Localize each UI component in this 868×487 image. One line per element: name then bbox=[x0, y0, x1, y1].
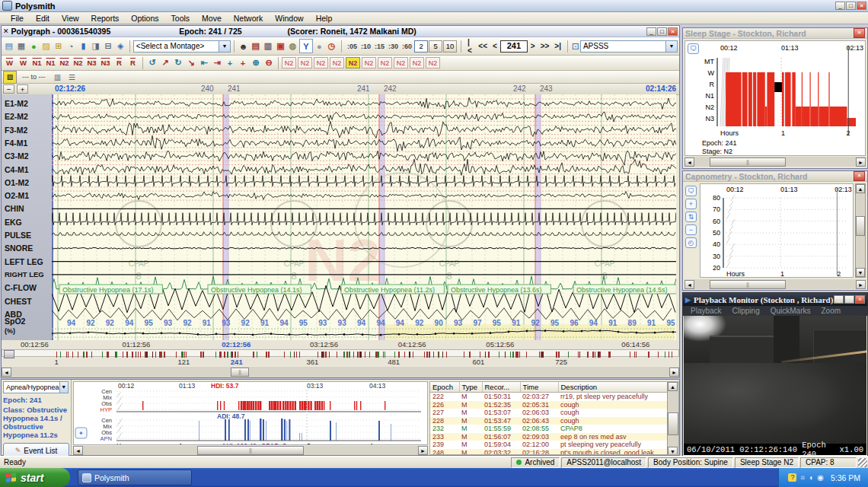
playback-menu-playback[interactable]: Playback bbox=[691, 307, 722, 315]
menu-options[interactable]: Options bbox=[125, 13, 164, 24]
prev-page-button[interactable]: << bbox=[476, 42, 490, 50]
cap-scroll-left-icon[interactable]: ◄ bbox=[685, 280, 694, 289]
cap-scroll-right-icon[interactable]: ► bbox=[856, 280, 866, 289]
playback-maximize-icon[interactable]: □ bbox=[844, 295, 854, 304]
page-size-10[interactable]: 10 bbox=[443, 40, 457, 53]
table-scroll-down-icon[interactable]: ▼ bbox=[668, 447, 678, 455]
menu-help[interactable]: Help bbox=[310, 13, 339, 24]
capnometry-comment-icon[interactable]: 🗨 bbox=[685, 186, 697, 196]
filter-y-icon[interactable]: Y bbox=[299, 39, 312, 53]
menu-edit[interactable]: Edit bbox=[30, 13, 56, 24]
epoch-stage-chip-2[interactable]: N2 bbox=[314, 57, 328, 68]
gain-decrease-button[interactable]: − bbox=[3, 84, 14, 94]
polygraph-minimize-icon[interactable]: _ bbox=[646, 27, 656, 36]
event-type-dropdown[interactable]: Apnea/Hypopnea ▼ bbox=[3, 381, 69, 393]
ink-marker-icon[interactable]: ▮ bbox=[78, 40, 89, 53]
acquisition-monitor-icon[interactable]: ▦ bbox=[15, 40, 27, 53]
ahi-chart[interactable]: 00:1201:1303:1304:13HDI: 53.7CenMixObsHY… bbox=[73, 381, 428, 445]
volume-tray-icon[interactable]: ◖ bbox=[809, 473, 813, 482]
shield-tray-icon[interactable]: ◉ bbox=[817, 473, 824, 482]
event-table-row-226[interactable]: 226M01:52:3502:05:31cough bbox=[430, 401, 669, 409]
new-document-icon[interactable]: ▤ bbox=[3, 40, 14, 53]
page-view-icon[interactable]: ▥ bbox=[51, 71, 65, 84]
epoch-stage-chip-9[interactable]: N2 bbox=[426, 57, 440, 68]
highlight-range-icon[interactable]: ▨ bbox=[3, 71, 17, 84]
hypnogram-comment-icon[interactable]: 🗨 bbox=[688, 43, 699, 54]
polygraph-close-icon[interactable]: × bbox=[668, 27, 678, 36]
properties-icon[interactable]: ◨ bbox=[90, 40, 101, 53]
event-table-header-recor[interactable]: Recor... bbox=[482, 382, 520, 393]
event-table-row-248[interactable]: 248M02:03:3202:16:28pt's mouth is closed… bbox=[430, 449, 669, 456]
cap-scroll-down-icon[interactable]: ▼ bbox=[856, 268, 865, 277]
start-button[interactable]: start bbox=[0, 468, 70, 487]
interval-60[interactable]: :60 bbox=[400, 43, 413, 50]
event-table-row-228[interactable]: 228M01:53:4702:06:43cough bbox=[430, 417, 669, 425]
menu-tools[interactable]: Tools bbox=[165, 13, 196, 24]
help-tray-icon[interactable]: ? bbox=[788, 473, 796, 482]
event-nav-button-6[interactable]: + bbox=[224, 57, 236, 69]
event-table-row-222[interactable]: 222M01:50:3102:03:27rr19, pt sleep very … bbox=[430, 393, 669, 401]
event-nav-button-4[interactable]: ⇤ bbox=[198, 57, 210, 69]
next-page-button[interactable]: >> bbox=[538, 42, 552, 50]
menu-view[interactable]: View bbox=[56, 13, 85, 24]
copy-study-icon[interactable]: ⊞ bbox=[53, 40, 64, 53]
sleep-stage-scrollbar[interactable]: ◄ || ► bbox=[685, 157, 866, 167]
capnometry-scale-icon[interactable]: ⇅ bbox=[685, 212, 697, 222]
video-feed[interactable] bbox=[684, 316, 866, 444]
gain-cup-icon[interactable]: ◍ bbox=[287, 40, 298, 53]
playback-menu-clipping[interactable]: Clipping bbox=[732, 307, 760, 315]
epoch-stage-chip-6[interactable]: N2 bbox=[378, 57, 392, 68]
epoch-stage-chip-1[interactable]: N2 bbox=[298, 57, 312, 68]
page-size-2[interactable]: 2 bbox=[414, 40, 428, 53]
menu-window[interactable]: Window bbox=[269, 13, 309, 24]
capnometry-power-icon[interactable]: ◴ bbox=[685, 237, 697, 248]
event-nav-button-0[interactable]: ↺ bbox=[146, 57, 158, 69]
print-icon[interactable]: ⊟ bbox=[102, 40, 113, 53]
stage-button-n2-4[interactable]: N2 bbox=[58, 57, 71, 69]
interval-30[interactable]: :30 bbox=[387, 43, 400, 50]
epoch-stage-chip-5[interactable]: N2 bbox=[362, 57, 376, 68]
hyp-scroll-right-icon[interactable]: ► bbox=[856, 158, 866, 167]
navigate-diamond-icon[interactable]: ◈ bbox=[115, 40, 126, 53]
capnometry-zoom-out-icon[interactable]: − bbox=[685, 224, 697, 235]
report-panel-icon[interactable]: ▤ bbox=[250, 40, 261, 53]
playback-close-icon[interactable]: × bbox=[855, 295, 865, 304]
interval-05[interactable]: :05 bbox=[346, 43, 359, 50]
interval-15[interactable]: :15 bbox=[373, 43, 386, 50]
menu-reports[interactable]: Reports bbox=[85, 13, 126, 24]
playback-minimize-icon[interactable]: _ bbox=[834, 295, 844, 304]
interval-10[interactable]: :10 bbox=[359, 43, 372, 50]
ahi-scroll-thumb[interactable]: || bbox=[197, 446, 304, 455]
hyp-scroll-thumb[interactable]: || bbox=[710, 158, 786, 167]
event-table[interactable]: EpochTypeRecor...TimeDescription 222M01:… bbox=[430, 382, 669, 455]
stage-button-r-8[interactable]: R bbox=[113, 57, 126, 69]
ahi-scrollbar[interactable]: ◄ || ► bbox=[73, 446, 428, 455]
gain-increase-button[interactable]: + bbox=[17, 84, 28, 94]
page-size-5[interactable]: 5 bbox=[429, 40, 442, 53]
epoch-stage-chip-8[interactable]: N2 bbox=[410, 57, 424, 68]
print-range-icon[interactable] bbox=[4, 350, 14, 358]
timeline-scrollbar[interactable]: ◄ || ► bbox=[2, 367, 679, 377]
event-nav-button-1[interactable]: ↗ bbox=[159, 57, 171, 69]
ahi-scroll-left-icon[interactable]: ◄ bbox=[73, 446, 83, 455]
epoch-clock-icon[interactable]: ◷ bbox=[326, 40, 337, 53]
epoch-stage-chip-4[interactable]: N2 bbox=[346, 57, 360, 68]
timeline-tick-strip[interactable] bbox=[2, 349, 679, 357]
menu-network[interactable]: Network bbox=[228, 13, 270, 24]
stage-button-n3-7[interactable]: N3 bbox=[99, 57, 112, 69]
table-scroll-thumb[interactable] bbox=[668, 412, 678, 435]
sleep-stage-close-icon[interactable]: × bbox=[854, 28, 865, 38]
polygraph-maximize-icon[interactable]: □ bbox=[657, 27, 667, 36]
profile-dropdown[interactable]: APSSS▼ bbox=[580, 40, 678, 53]
close-icon[interactable]: × bbox=[857, 2, 866, 10]
event-table-header-description[interactable]: Description bbox=[558, 382, 669, 393]
scroll-right-icon[interactable]: ► bbox=[669, 368, 679, 377]
stage-button-w-0[interactable]: W bbox=[3, 57, 16, 69]
playback-menu-quickmarks[interactable]: QuickMarks bbox=[771, 307, 811, 315]
comment-icon[interactable]: ● bbox=[28, 40, 40, 53]
minimize-icon[interactable]: _ bbox=[835, 2, 845, 10]
cap-scroll-up-icon[interactable]: ▲ bbox=[856, 184, 865, 193]
capnometry-scrollbar[interactable]: ◄ || ► bbox=[685, 279, 866, 289]
patient-icon[interactable]: ☻ bbox=[238, 40, 249, 53]
event-table-header-time[interactable]: Time bbox=[520, 382, 558, 393]
